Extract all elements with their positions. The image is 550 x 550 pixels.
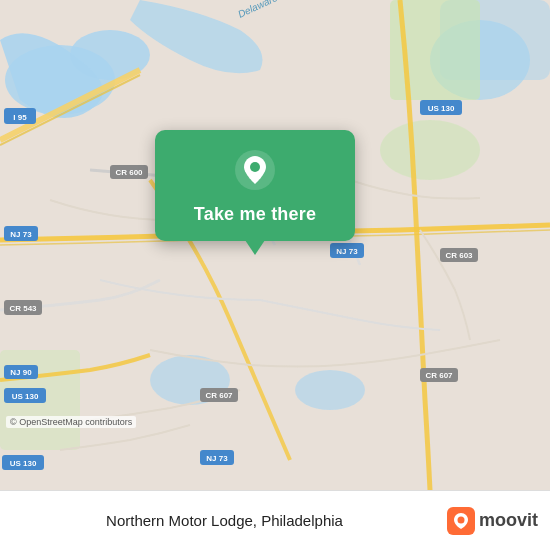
svg-point-41 — [457, 516, 464, 523]
svg-point-9 — [295, 370, 365, 410]
svg-text:US 130: US 130 — [428, 104, 455, 113]
svg-text:CR 600: CR 600 — [115, 168, 143, 177]
svg-text:I 95: I 95 — [13, 113, 27, 122]
map-attribution: © OpenStreetMap contributors — [6, 416, 136, 428]
svg-text:NJ 73: NJ 73 — [336, 247, 358, 256]
moovit-logo: moovit — [447, 507, 538, 535]
svg-text:NJ 73: NJ 73 — [206, 454, 228, 463]
moovit-text-label: moovit — [479, 510, 538, 531]
svg-text:CR 603: CR 603 — [445, 251, 473, 260]
svg-text:NJ 73: NJ 73 — [10, 230, 32, 239]
moovit-brand-icon — [447, 507, 475, 535]
svg-text:US 130: US 130 — [10, 459, 37, 468]
svg-text:CR 543: CR 543 — [9, 304, 37, 313]
location-popup: Take me there — [155, 130, 355, 241]
bottom-bar: Northern Motor Lodge, Philadelphia moovi… — [0, 490, 550, 550]
map-pin-icon — [233, 148, 277, 192]
location-name-label: Northern Motor Lodge, Philadelphia — [12, 512, 437, 529]
svg-point-39 — [250, 162, 260, 172]
svg-text:US 130: US 130 — [12, 392, 39, 401]
svg-text:CR 607: CR 607 — [205, 391, 233, 400]
svg-point-6 — [380, 120, 480, 180]
map-view: I 95 NJ 73 NJ 73 NJ 73 US 130 US 130 US … — [0, 0, 550, 490]
take-me-there-button[interactable]: Take me there — [194, 202, 316, 227]
svg-text:CR 607: CR 607 — [425, 371, 453, 380]
svg-text:NJ 90: NJ 90 — [10, 368, 32, 377]
